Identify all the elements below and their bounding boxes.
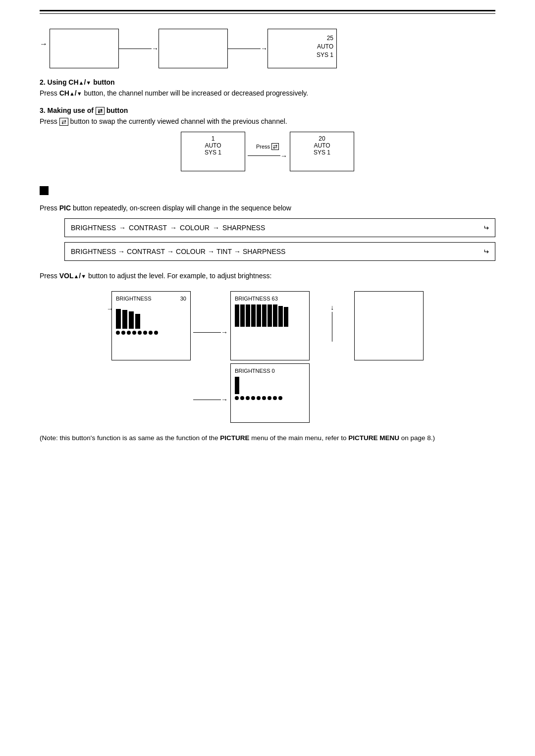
digit-mode-diagram: → → →: [40, 29, 495, 68]
section2-body: Press CH▲/▼ button, the channel number w…: [40, 88, 495, 99]
ntsc-item-5: SHARPNESS: [243, 248, 285, 255]
bright-bars-3: [235, 377, 239, 394]
ntsc-item-4: TINT: [216, 248, 232, 255]
bright-box-2: BRIGHTNESS 63: [230, 291, 310, 360]
digit-box-3: 25 AUTO SYS 1: [268, 29, 337, 68]
ntsc-item-1: BRIGHTNESS: [71, 248, 116, 255]
ntsc-seq-box: BRIGHTNESS → CONTRAST → COLOUR → TINT → …: [64, 242, 495, 261]
bright-middle: → BRIGHTNESS 63: [191, 291, 310, 423]
vol-adjust-body: Press VOL▲/▼ button to adjust the level.…: [40, 271, 495, 281]
bright-bars-1: [116, 306, 140, 329]
swap-diagram: 1 AUTO SYS 1 Press ⇄ → 20 AUTO SYS 1: [40, 132, 495, 171]
ntsc-seq-container: BRIGHTNESS → CONTRAST → COLOUR → TINT → …: [40, 242, 495, 261]
bright-dots-1: [116, 331, 158, 335]
big-section-heading: [40, 186, 495, 195]
pal-seq-box: BRIGHTNESS → CONTRAST → COLOUR → SHARPNE…: [64, 218, 495, 237]
swap-arrow-area: Press ⇄ →: [245, 144, 290, 160]
pal-item-1: BRIGHTNESS: [71, 224, 116, 232]
after-seconds-section: ←: [310, 291, 424, 360]
bright-box-3-header: BRIGHTNESS 0: [235, 368, 275, 374]
ntsc-item-2: CONTRAST: [127, 248, 165, 255]
top-border: [40, 10, 495, 14]
swap-box-2: 20 AUTO SYS 1: [290, 132, 354, 171]
section2-title: 2. Using CH▲/▼ button: [40, 78, 495, 86]
digit-box-1: [50, 29, 119, 68]
pic-adjust-body: Press PIC button repeatedly, on-screen d…: [40, 203, 495, 213]
digit-box-2: [159, 29, 228, 68]
digit-box-3-content: 25 AUTO SYS 1: [271, 34, 333, 59]
swap-box-2-content: 20 AUTO SYS 1: [293, 135, 351, 156]
after-seconds-box: [354, 291, 424, 360]
black-square-icon: [40, 186, 49, 195]
swap-box-1: 1 AUTO SYS 1: [181, 132, 245, 171]
page: → → →: [0, 0, 535, 756]
bright-bars-2: [235, 304, 288, 327]
pal-item-2: CONTRAST: [129, 224, 167, 232]
bright-down-section: → BRIGHTNESS 0: [191, 363, 310, 423]
ntsc-item-3: COLOUR: [176, 248, 206, 255]
press-swap-label: Press ⇄: [256, 144, 279, 150]
pal-item-4: SHARPNESS: [222, 224, 265, 232]
pal-item-3: COLOUR: [180, 224, 210, 232]
bright-box-1: BRIGHTNESS 30: [111, 291, 191, 360]
bright-box-1-header: BRIGHTNESS 30: [116, 296, 186, 302]
section3-body: Press ⇄ button to swap the currently vie…: [40, 116, 495, 127]
brightness-diagram: → BRIGHTNESS 30: [40, 291, 495, 423]
bright-box-3: BRIGHTNESS 0: [230, 363, 310, 423]
arrow-1: →: [40, 40, 48, 49]
bright-up-section: → BRIGHTNESS 63: [191, 291, 310, 360]
swap-box-1-content: 1 AUTO SYS 1: [184, 135, 242, 156]
bright-dots-3: [235, 396, 282, 400]
section3-title: 3. Making use of ⇄ button: [40, 106, 495, 114]
pal-seq-container: BRIGHTNESS → CONTRAST → COLOUR → SHARPNE…: [40, 218, 495, 237]
bright-box-2-header: BRIGHTNESS 63: [235, 296, 278, 302]
note-text: (Note: this button's function is as same…: [40, 433, 495, 444]
